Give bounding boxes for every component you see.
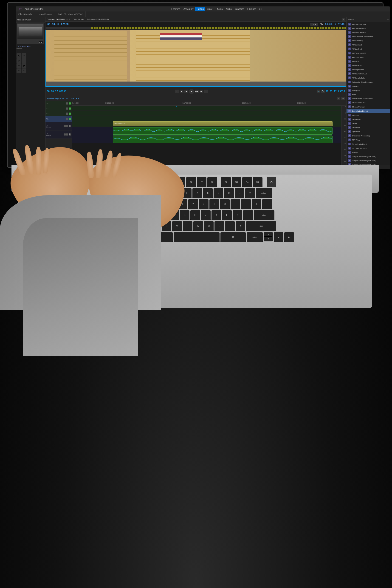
tab-lumetri-scopes[interactable]: Lumetri Scopes	[35, 12, 55, 17]
menu-more[interactable]: >>	[258, 7, 264, 11]
key-f9[interactable]: F9	[221, 177, 231, 187]
audio-clip-a1[interactable]	[113, 127, 332, 134]
btn-wrench-small[interactable]	[320, 22, 323, 26]
effect-balance[interactable]: fx Balance	[346, 84, 390, 88]
effect-graphic-eq-10[interactable]: fx Graphic Equalizer (10 Bands)	[346, 154, 390, 158]
btn-wrench[interactable]: 🔧	[321, 90, 325, 93]
menu-learning[interactable]: Learning	[170, 7, 182, 11]
key-shift-right[interactable]: shift	[246, 221, 276, 231]
key-h[interactable]: H	[190, 210, 200, 220]
menu-premiere-pro[interactable]: Adobe Premiere Pro	[24, 7, 45, 10]
menu-color[interactable]: Color	[206, 7, 214, 11]
effect-aunetsend[interactable]: fx AUNetSend	[346, 43, 390, 47]
key-arrow-up[interactable]: ▲	[264, 232, 273, 236]
key-v[interactable]: V	[172, 221, 182, 231]
program-monitor-menu[interactable]: ≡	[342, 18, 345, 21]
effect-bandpass[interactable]: fx Bandpass	[346, 88, 390, 92]
track-v4-eye[interactable]	[69, 102, 71, 104]
key-comma[interactable]: ,	[214, 221, 224, 231]
track-v2-eye[interactable]	[69, 112, 71, 114]
effect-distortion[interactable]: fx Distortion	[346, 126, 390, 130]
effect-convolution-reverb[interactable]: fx Convolution Reverb	[346, 109, 390, 113]
track-a1-mic[interactable]: 🎙	[69, 125, 71, 127]
key-rbracket[interactable]: ]	[252, 199, 261, 209]
key-minus[interactable]: -	[235, 188, 244, 198]
tool-razor[interactable]: ✂	[16, 64, 21, 68]
effect-delay[interactable]: fx Delay	[346, 121, 390, 126]
effect-fft-filter[interactable]: fx FFT Filter	[346, 138, 390, 142]
key-period[interactable]: .	[225, 221, 235, 231]
effect-dehummer[interactable]: fx DeHummer	[346, 117, 390, 121]
key-option-right[interactable]: option	[247, 232, 263, 242]
effect-aulowpassfilter[interactable]: fx AULowpassFilter	[346, 22, 390, 26]
key-f7[interactable]: F7	[197, 177, 206, 187]
timeline-add-track[interactable]: +	[341, 97, 345, 100]
menu-libraries[interactable]: Libraries	[246, 7, 258, 11]
menu-editing[interactable]: Editing	[195, 7, 205, 11]
tool-selection[interactable]: ↖	[16, 53, 21, 58]
key-8[interactable]: 8	[203, 188, 213, 198]
key-delete[interactable]: delete	[256, 188, 272, 198]
menu-assembly[interactable]: Assembly	[182, 7, 195, 11]
effect-auparametriceq[interactable]: fx AUParametricEQ	[346, 51, 390, 55]
track-a2-m[interactable]	[64, 134, 66, 136]
key-y[interactable]: Y	[188, 199, 198, 209]
key-f6[interactable]: F6	[186, 177, 196, 187]
effect-fill-left[interactable]: fx Fill Left with Right	[346, 142, 390, 146]
zoom-selector[interactable]: Fit ▼	[310, 23, 318, 26]
menu-effects[interactable]: Effects	[214, 7, 224, 11]
key-u[interactable]: U	[199, 199, 208, 209]
key-f8[interactable]: F8	[207, 177, 217, 187]
audio-clip-a2[interactable]	[113, 136, 332, 143]
key-cmd-right[interactable]: ⌘	[220, 232, 246, 242]
tool-rolling[interactable]: ↔	[22, 58, 26, 63]
key-k[interactable]: K	[212, 210, 221, 220]
effect-aunewpitch[interactable]: fx AUNewPitch	[346, 47, 390, 51]
effect-aulowshelffilter[interactable]: fx AULowShelfFilter	[346, 26, 390, 30]
effect-ausampledelay[interactable]: fx AUSampleDelay	[346, 76, 390, 80]
effect-fill-right[interactable]: fx Fill Right with Left	[346, 146, 390, 150]
key-9[interactable]: 9	[214, 188, 223, 198]
tool-type[interactable]: T	[22, 68, 26, 73]
track-v3-eye[interactable]	[69, 108, 71, 110]
key-b[interactable]: B	[183, 221, 192, 231]
tool-track[interactable]: ⇥	[22, 53, 26, 58]
key-p[interactable]: P	[230, 199, 240, 209]
track-a1-m[interactable]	[64, 125, 66, 127]
tool-pen[interactable]: ✏	[16, 68, 21, 73]
playback-bar[interactable]	[46, 27, 346, 30]
track-a2-mic[interactable]: 🎙	[69, 134, 71, 136]
effect-aupeaklimiter[interactable]: fx AUPeakLimiter	[346, 55, 390, 59]
key-arrow-left[interactable]: ◀	[274, 232, 284, 242]
effect-auroundtripaac[interactable]: fx AURoundTripAAC	[346, 72, 390, 76]
key-backslash[interactable]: \	[262, 199, 272, 209]
track-v2-toggle[interactable]	[66, 112, 68, 114]
effect-flanger[interactable]: fx Flanger	[346, 150, 390, 154]
track-a2-s[interactable]	[66, 134, 68, 136]
key-lbracket[interactable]: [	[241, 199, 251, 209]
track-v1-eye[interactable]	[69, 118, 71, 120]
menu-graphics[interactable]: Graphics	[234, 7, 246, 11]
effect-aurogerbeep[interactable]: fx AURogerBeep	[346, 68, 390, 72]
btn-step-back[interactable]: ⏮	[180, 90, 184, 93]
key-slash[interactable]: /	[236, 221, 245, 231]
btn-play-fwd[interactable]: ▶▶	[195, 90, 199, 93]
key-return[interactable]: return	[254, 210, 274, 220]
btn-play[interactable]: ▶	[189, 89, 194, 94]
effect-aumultibandcompressor[interactable]: fx AUMultiBandCompressor	[346, 34, 390, 38]
key-f11[interactable]: F11	[242, 177, 252, 187]
tab-audio-clip-mixer[interactable]: Audio Clip Mixer: VIDEO02	[55, 12, 86, 17]
key-f12[interactable]: F12	[253, 177, 262, 187]
effect-bass[interactable]: fx Bass	[346, 92, 390, 96]
effects-menu[interactable]: ≡	[388, 18, 388, 21]
key-power[interactable]: ⏻	[266, 177, 276, 187]
effect-graphic-eq-20[interactable]: fx Graphic Equalizer (20 Bands)	[346, 158, 390, 162]
app-logo[interactable]: Pr	[18, 7, 23, 11]
effect-aupitch[interactable]: fx AUPitch	[346, 59, 390, 64]
tool-slip[interactable]: ⇄	[22, 64, 26, 68]
source-thumbnail[interactable]: 4:01	[17, 24, 44, 44]
btn-step-fwd[interactable]: ⏭	[200, 90, 203, 93]
track-v3-toggle[interactable]	[66, 108, 68, 110]
key-0[interactable]: 0	[224, 188, 234, 198]
effect-chorus-flanger[interactable]: fx Chorus/Flanger	[346, 105, 390, 109]
